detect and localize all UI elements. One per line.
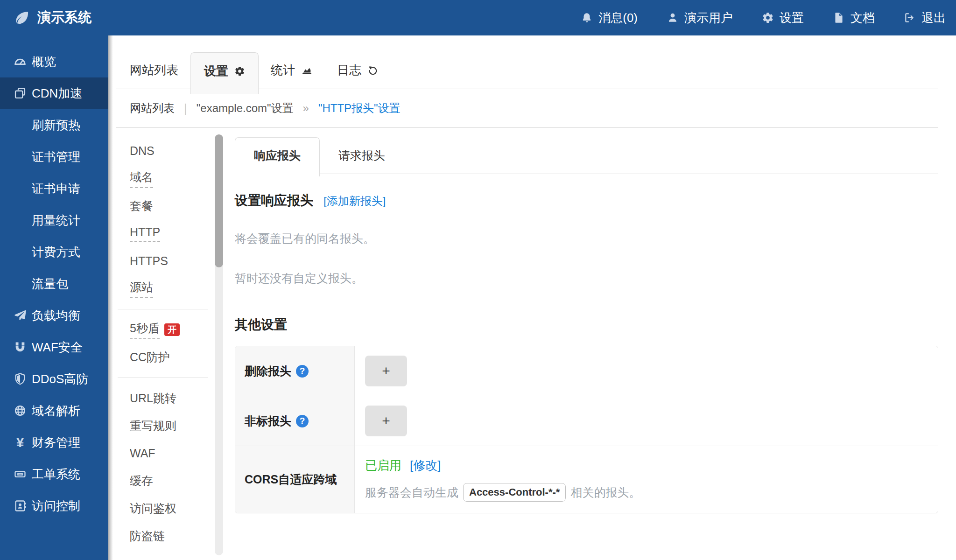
tab-label: 响应报头: [254, 149, 301, 162]
tab-site-list[interactable]: 网站列表: [130, 52, 190, 89]
sidebar-item-ddos-protection[interactable]: DDoS高防: [0, 363, 108, 395]
add-header-link[interactable]: [添加新报头]: [323, 194, 386, 209]
submenu-item-cache[interactable]: 缓存: [118, 467, 208, 495]
user-icon: [667, 12, 679, 24]
globe-icon: [12, 404, 28, 417]
cors-desc-prefix: 服务器会自动生成: [365, 485, 458, 500]
add-nonstandard-header-button[interactable]: +: [365, 406, 407, 436]
submenu-item-origin[interactable]: 源站: [118, 275, 208, 302]
user-label: 演示用户: [684, 10, 733, 26]
submenu-item-waf[interactable]: WAF: [118, 440, 208, 467]
submenu-label: HTTPS: [130, 254, 168, 268]
submenu-item-rewrite-rules[interactable]: 重写规则: [118, 412, 208, 440]
cors-status: 已启用: [365, 457, 401, 474]
id-card-icon: [12, 499, 28, 512]
sidebar-item-usage-stats[interactable]: 用量统计: [0, 204, 108, 236]
sidebar-item-label: 负载均衡: [32, 308, 80, 324]
sidebar-item-label: 证书申请: [32, 181, 80, 197]
sidebar-item-waf-security[interactable]: WAF安全: [0, 331, 108, 363]
docs-button[interactable]: 文档: [833, 10, 875, 26]
cors-edit-link[interactable]: [修改]: [410, 457, 441, 474]
tab-request-headers[interactable]: 请求报头: [320, 138, 404, 174]
cors-description: 服务器会自动生成 Access-Control-*-* 相关的报头。: [365, 483, 938, 502]
table-row-nonstandard-headers: 非标报头 ? +: [235, 396, 938, 446]
divider: [118, 378, 208, 378]
tab-statistics[interactable]: 统计: [259, 52, 325, 89]
tab-response-headers[interactable]: 响应报头: [235, 137, 320, 176]
magnet-icon: [12, 341, 28, 354]
settings-submenu: DNS 域名 套餐 HTTP HTTPS 源站: [118, 137, 208, 550]
breadcrumb-current[interactable]: "HTTP报头"设置: [318, 101, 401, 116]
settings-button[interactable]: 设置: [762, 10, 804, 26]
messages-label: 消息(0): [598, 10, 638, 26]
sidebar-item-label: 流量包: [32, 276, 68, 292]
submenu-item-domain[interactable]: 域名: [118, 165, 208, 192]
sidebar-item-ticket-system[interactable]: 工单系统: [0, 458, 108, 490]
row-label: CORS自适应跨域: [245, 472, 337, 487]
brand[interactable]: 演示系统: [14, 8, 91, 27]
question-circle-icon[interactable]: ?: [296, 415, 309, 427]
breadcrumb-site-settings[interactable]: "example.com"设置: [197, 101, 294, 116]
settings-label: 设置: [780, 10, 804, 26]
empty-note: 暂时还没有自定义报头。: [235, 271, 938, 286]
overwrite-note: 将会覆盖已有的同名报头。: [235, 231, 938, 246]
sidebar-item-label: WAF安全: [32, 339, 83, 356]
other-settings-title: 其他设置: [235, 316, 938, 334]
sidebar-item-label: 用量统计: [32, 212, 80, 229]
sidebar-item-billing-method[interactable]: 计费方式: [0, 236, 108, 268]
submenu-scrollbar[interactable]: [215, 134, 223, 555]
submenu-item-url-redirect[interactable]: URL跳转: [118, 385, 208, 412]
add-delete-header-button[interactable]: +: [365, 356, 407, 386]
divider: [118, 309, 208, 309]
sidebar-item-label: 概览: [32, 54, 56, 70]
messages-button[interactable]: 消息(0): [581, 10, 638, 26]
sidebar-item-refresh-prewarm[interactable]: 刷新预热: [0, 109, 108, 141]
submenu-label: CC防护: [130, 350, 170, 365]
submenu-label: URL跳转: [130, 391, 176, 406]
shield-icon: [12, 372, 28, 385]
sidebar-item-finance[interactable]: ¥ 财务管理: [0, 427, 108, 458]
sidebar-item-access-control[interactable]: 访问控制: [0, 490, 108, 522]
brand-label: 演示系统: [37, 8, 91, 27]
history-icon: [367, 65, 379, 76]
tab-logs[interactable]: 日志: [325, 52, 391, 89]
chart-area-icon: [301, 64, 313, 76]
logout-label: 退出: [921, 10, 946, 26]
paper-plane-icon: [12, 309, 28, 322]
submenu-item-dns[interactable]: DNS: [118, 137, 208, 165]
submenu-item-access-auth[interactable]: 访问鉴权: [118, 495, 208, 522]
submenu-item-https[interactable]: HTTPS: [118, 247, 208, 275]
sidebar-item-dns-resolution[interactable]: 域名解析: [0, 395, 108, 427]
submenu-item-plan[interactable]: 套餐: [118, 192, 208, 220]
row-label: 非标报头: [245, 413, 291, 429]
cors-desc-suffix: 相关的报头。: [570, 485, 640, 500]
logout-button[interactable]: 退出: [904, 10, 946, 26]
user-menu[interactable]: 演示用户: [667, 10, 733, 26]
submenu-item-hotlink-protection[interactable]: 防盗链: [118, 522, 208, 550]
submenu-item-http[interactable]: HTTP: [118, 220, 208, 247]
sidebar-item-label: 域名解析: [32, 403, 80, 419]
scrollbar-thumb[interactable]: [215, 134, 223, 267]
sidebar-item-label: 工单系统: [32, 466, 80, 483]
submenu-label: 5秒盾: [130, 321, 160, 339]
topbar-menu: 消息(0) 演示用户 设置 文档 退出: [581, 10, 946, 26]
main-tab-bar: 网站列表 设置 统计 日志: [116, 52, 938, 89]
tab-settings[interactable]: 设置: [190, 52, 259, 94]
sidebar-item-load-balancing[interactable]: 负载均衡: [0, 300, 108, 331]
sidebar-item-cert-management[interactable]: 证书管理: [0, 141, 108, 173]
table-row-cors: CORS自适应跨域 已启用 [修改] 服务器会自动生成 Access-Contr…: [235, 446, 938, 513]
document-icon: [833, 12, 845, 24]
other-settings-table: 删除报头 ? + 非标报头 ?: [235, 346, 938, 513]
sidebar-item-cert-request[interactable]: 证书申请: [0, 173, 108, 204]
question-circle-icon[interactable]: ?: [296, 365, 309, 378]
submenu-label: 缓存: [130, 473, 153, 489]
submenu-item-cc-protection[interactable]: CC防护: [118, 343, 208, 371]
submenu-label: 访问鉴权: [130, 501, 176, 516]
submenu-label: 源站: [130, 280, 153, 298]
breadcrumb-site-list[interactable]: 网站列表: [130, 101, 175, 116]
sidebar-item-traffic-package[interactable]: 流量包: [0, 268, 108, 300]
leaf-icon: [14, 10, 30, 26]
submenu-item-5s-shield[interactable]: 5秒盾 开: [118, 316, 208, 343]
sidebar-item-cdn[interactable]: CDN加速: [0, 77, 108, 109]
sidebar-item-overview[interactable]: 概览: [0, 46, 108, 77]
